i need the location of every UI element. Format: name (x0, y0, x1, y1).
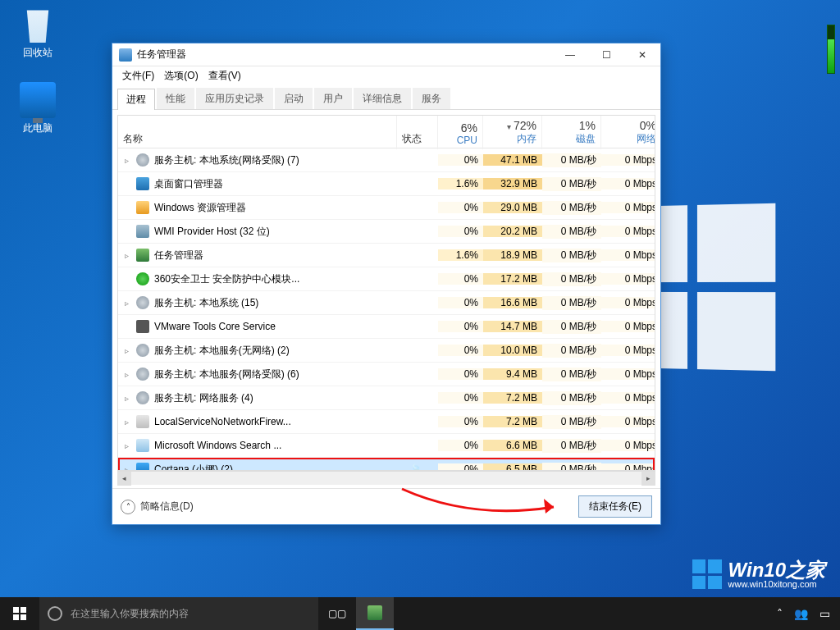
cpu-cell: 1.6% (438, 249, 483, 261)
expand-icon[interactable] (121, 203, 131, 212)
tab-服务[interactable]: 服务 (413, 88, 450, 109)
gpu-meter-widget (827, 25, 835, 74)
process-name: Cortana (小娜) (2) (154, 463, 233, 472)
menu-file[interactable]: 文件(F) (119, 67, 158, 84)
expand-icon[interactable]: ▹ (121, 155, 131, 165)
start-button[interactable] (0, 597, 39, 630)
table-row[interactable]: ▹服务主机: 本地服务(网络受限) (6)0%9.4 MB0 MB/秒0 Mbp… (118, 363, 655, 386)
table-row[interactable]: ▹服务主机: 网络服务 (4)0%7.2 MB0 MB/秒0 Mbps (118, 386, 655, 410)
titlebar[interactable]: 任务管理器 — ☐ ✕ (112, 43, 660, 66)
mem-cell: 29.0 MB (483, 202, 542, 213)
menu-view[interactable]: 查看(V) (205, 67, 244, 84)
watermark: Win10之家 www.win10xitong.com (692, 559, 825, 589)
net-cell: 0 Mbps (601, 273, 655, 285)
this-pc-label: 此电脑 (8, 121, 67, 135)
svg-rect-2 (21, 607, 26, 613)
table-row[interactable]: ▹Cortana (小娜) (2)🍃0%6.5 MB0 MB/秒0 Mbps (118, 458, 655, 471)
scroll-right-button[interactable]: ▸ (641, 472, 655, 486)
table-row[interactable]: ▹服务主机: 本地系统(网络受限) (7)0%47.1 MB0 MB/秒0 Mb… (118, 148, 655, 172)
cortana-circle-icon (48, 606, 62, 621)
col-cpu[interactable]: 6%CPU (438, 116, 483, 149)
process-name: VMware Tools Core Service (154, 321, 276, 332)
expand-icon[interactable] (121, 179, 131, 189)
chevron-up-icon: ˄ (121, 500, 135, 514)
expand-icon[interactable]: ▹ (121, 464, 131, 471)
table-row[interactable]: ▹任务管理器1.6%18.9 MB0 MB/秒0 Mbps (118, 244, 655, 267)
menubar: 文件(F) 选项(O) 查看(V) (112, 66, 660, 84)
cpu-cell: 0% (438, 440, 483, 451)
process-name: LocalServiceNoNetworkFirew... (154, 416, 291, 427)
footer: ˄ 简略信息(D) 结束任务(E) (112, 488, 660, 524)
menu-options[interactable]: 选项(O) (161, 67, 201, 84)
mem-cell: 16.6 MB (483, 297, 542, 308)
gear-icon (136, 368, 149, 381)
table-row[interactable]: ▹服务主机: 本地服务(无网络) (2)0%10.0 MB0 MB/秒0 Mbp… (118, 339, 655, 363)
col-mem[interactable]: ▾ 72%内存 (483, 116, 542, 149)
mem-cell: 47.1 MB (483, 154, 542, 166)
close-button[interactable]: ✕ (624, 43, 660, 66)
tab-用户[interactable]: 用户 (314, 88, 352, 109)
tab-详细信息[interactable]: 详细信息 (354, 88, 411, 109)
table-row[interactable]: ▹Microsoft Windows Search ...0%6.6 MB0 M… (118, 434, 655, 458)
tray-people-icon[interactable]: 👥 (794, 607, 808, 620)
col-status[interactable]: 状态 (397, 116, 438, 149)
task-view-icon: ▢▢ (328, 608, 346, 619)
process-name: Microsoft Windows Search ... (154, 440, 281, 451)
process-name: WMI Provider Host (32 位) (154, 225, 270, 239)
col-disk[interactable]: 1%磁盘 (542, 116, 601, 149)
expand-icon[interactable]: ▹ (121, 393, 131, 403)
expand-icon[interactable] (121, 322, 131, 331)
scroll-left-button[interactable]: ◂ (117, 472, 131, 486)
expand-icon[interactable]: ▹ (121, 441, 131, 450)
fewer-details-button[interactable]: ˄ 简略信息(D) (121, 500, 194, 514)
minimize-button[interactable]: — (552, 43, 588, 66)
cpu-cell: 0% (438, 226, 483, 237)
tab-进程[interactable]: 进程 (117, 89, 155, 110)
disk-cell: 0 MB/秒 (542, 201, 601, 215)
disk-cell: 0 MB/秒 (542, 415, 601, 429)
explorer-icon (136, 201, 149, 214)
taskbar-task-manager[interactable] (356, 597, 394, 630)
expand-icon[interactable] (121, 226, 131, 236)
mem-cell: 6.6 MB (483, 440, 542, 451)
this-pc-desktop-icon[interactable]: 此电脑 (8, 82, 67, 135)
net-cell: 0 Mbps (601, 368, 655, 380)
tray-chevron-up-icon[interactable]: ˄ (777, 607, 783, 620)
disk-cell: 0 MB/秒 (542, 320, 601, 334)
table-row[interactable]: ▹服务主机: 本地系统 (15)0%16.6 MB0 MB/秒0 Mbps (118, 291, 655, 315)
table-row[interactable]: 桌面窗口管理器1.6%32.9 MB0 MB/秒0 Mbps (118, 172, 655, 196)
table-row[interactable]: ▹LocalServiceNoNetworkFirew...0%7.2 MB0 … (118, 410, 655, 434)
table-row[interactable]: WMI Provider Host (32 位)0%20.2 MB0 MB/秒0… (118, 220, 655, 244)
taskbar-search[interactable]: 在这里输入你要搜索的内容 (39, 597, 318, 630)
expand-icon[interactable]: ▹ (121, 298, 131, 308)
recycle-bin-desktop-icon[interactable]: 回收站 (8, 7, 67, 60)
process-name: 服务主机: 本地系统 (15) (154, 296, 258, 310)
process-name: 服务主机: 本地系统(网络受限) (7) (154, 153, 299, 167)
table-row[interactable]: VMware Tools Core Service0%14.7 MB0 MB/秒… (118, 315, 655, 339)
expand-icon[interactable]: ▹ (121, 369, 131, 379)
svg-rect-3 (13, 614, 19, 620)
col-net[interactable]: 0%网络 (601, 116, 655, 149)
expand-icon[interactable] (121, 274, 131, 284)
maximize-button[interactable]: ☐ (588, 43, 624, 66)
table-row[interactable]: 360安全卫士 安全防护中心模块...0%17.2 MB0 MB/秒0 Mbps (118, 267, 655, 291)
horizontal-scrollbar[interactable]: ◂ ▸ (117, 471, 655, 485)
col-name[interactable]: 名称 (118, 116, 397, 149)
table-body: ▹服务主机: 本地系统(网络受限) (7)0%47.1 MB0 MB/秒0 Mb… (118, 148, 655, 471)
table-row[interactable]: Windows 资源管理器0%29.0 MB0 MB/秒0 Mbps (118, 196, 655, 220)
mem-cell: 32.9 MB (483, 178, 542, 189)
cpu-cell: 0% (438, 392, 483, 404)
expand-icon[interactable]: ▹ (121, 417, 131, 427)
expand-icon[interactable]: ▹ (121, 345, 131, 355)
cpu-cell: 0% (438, 154, 483, 166)
disk-cell: 0 MB/秒 (542, 177, 601, 191)
task-view-button[interactable]: ▢▢ (318, 597, 356, 630)
vmt-icon (136, 320, 149, 333)
end-task-button[interactable]: 结束任务(E) (578, 495, 652, 518)
tray-notification-icon[interactable]: ▭ (819, 607, 830, 620)
expand-icon[interactable]: ▹ (121, 250, 131, 260)
tab-性能[interactable]: 性能 (157, 88, 194, 109)
tab-应用历史记录[interactable]: 应用历史记录 (196, 88, 273, 109)
tab-启动[interactable]: 启动 (275, 88, 313, 109)
disk-cell: 0 MB/秒 (542, 463, 601, 472)
